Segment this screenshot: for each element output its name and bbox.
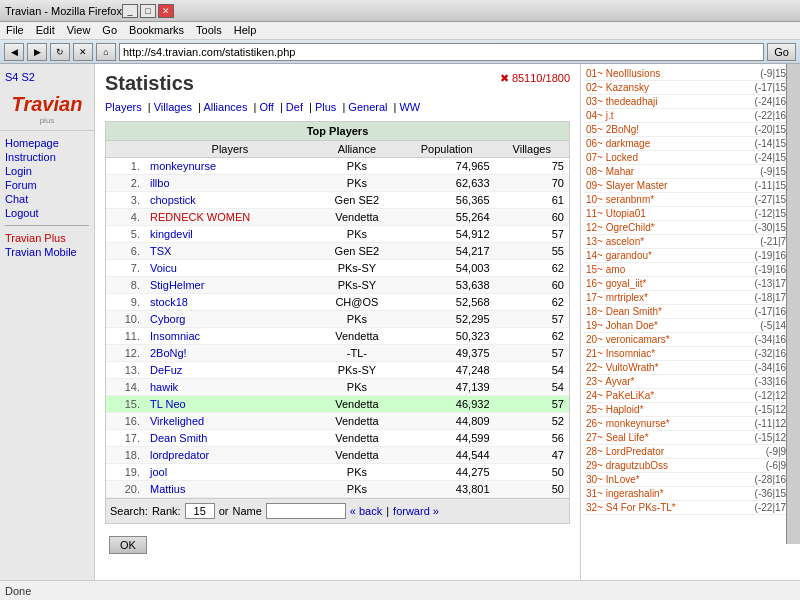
entry-name-link[interactable]: 32~ S4 For PKs-TL*	[586, 502, 676, 513]
player-link[interactable]: stock18	[150, 296, 188, 308]
menu-bookmarks[interactable]: Bookmarks	[123, 23, 190, 38]
entry-name-link[interactable]: 27~ Seal Life*	[586, 432, 649, 443]
right-panel-entry: 15~ amo (-19|168)	[584, 263, 797, 277]
sidebar-item-homepage[interactable]: Homepage	[5, 136, 89, 150]
minimize-button[interactable]: _	[122, 4, 138, 18]
entry-name-link[interactable]: 14~ garandou*	[586, 250, 652, 261]
player-link[interactable]: Insomniac	[150, 330, 200, 342]
table-cell-rank: 17.	[106, 430, 145, 447]
rank-input[interactable]	[185, 503, 215, 519]
player-link[interactable]: DeFuz	[150, 364, 182, 376]
nav-ww[interactable]: WW	[399, 101, 420, 113]
home-button[interactable]: ⌂	[96, 43, 116, 61]
sidebar-item-login[interactable]: Login	[5, 164, 89, 178]
entry-rank: 01~ NeoIllusions	[586, 68, 660, 79]
close-button[interactable]: ✕	[158, 4, 174, 18]
entry-rank: 23~ Ayvar*	[586, 376, 634, 387]
s4-link[interactable]: S4	[5, 71, 18, 83]
entry-name-link[interactable]: 19~ Johan Doe*	[586, 320, 658, 331]
player-link[interactable]: TL Neo	[150, 398, 186, 410]
player-link[interactable]: Cyborg	[150, 313, 185, 325]
player-link[interactable]: jool	[150, 466, 167, 478]
menu-go[interactable]: Go	[96, 23, 123, 38]
forward-button[interactable]: ▶	[27, 43, 47, 61]
nav-general[interactable]: General	[348, 101, 387, 113]
entry-name-link[interactable]: 11~ Utopia01	[586, 208, 646, 219]
player-link[interactable]: Virkelighed	[150, 415, 204, 427]
right-panel-entry: 06~ darkmage (-14|156)	[584, 137, 797, 151]
entry-name-link[interactable]: 08~ Mahar	[586, 166, 634, 177]
entry-name-link[interactable]: 12~ OgreChild*	[586, 222, 655, 233]
entry-name-link[interactable]: 17~ mrtriplex*	[586, 292, 648, 303]
menu-view[interactable]: View	[61, 23, 97, 38]
forward-link[interactable]: forward »	[393, 505, 439, 517]
back-button[interactable]: ◀	[4, 43, 24, 61]
player-link[interactable]: Voicu	[150, 262, 177, 274]
sidebar-item-travian-plus[interactable]: Travian Plus	[5, 231, 89, 245]
nav-off[interactable]: Off	[259, 101, 273, 113]
entry-name-link[interactable]: 30~ InLove*	[586, 474, 640, 485]
entry-name-link[interactable]: 28~ LordPredator	[586, 446, 664, 457]
entry-name-link[interactable]: 06~ darkmage	[586, 138, 650, 149]
entry-name-link[interactable]: 25~ Haploid*	[586, 404, 644, 415]
player-link[interactable]: hawik	[150, 381, 178, 393]
entry-name-link[interactable]: 20~ veronicamars*	[586, 334, 670, 345]
name-input[interactable]	[266, 503, 346, 519]
player-link[interactable]: lordpredator	[150, 449, 209, 461]
entry-name-link[interactable]: 13~ ascelon*	[586, 236, 644, 247]
menu-edit[interactable]: Edit	[30, 23, 61, 38]
entry-name-link[interactable]: 10~ seranbnm*	[586, 194, 654, 205]
sidebar-item-logout[interactable]: Logout	[5, 206, 89, 220]
nav-players[interactable]: Players	[105, 101, 142, 113]
entry-name-link[interactable]: 05~ 2BoNg!	[586, 124, 639, 135]
player-link[interactable]: TSX	[150, 245, 171, 257]
entry-name-link[interactable]: 18~ Dean Smith*	[586, 306, 662, 317]
entry-name-link[interactable]: 01~ NeoIllusions	[586, 68, 660, 79]
player-link[interactable]: Dean Smith	[150, 432, 207, 444]
entry-name-link[interactable]: 21~ Insomniac*	[586, 348, 655, 359]
go-button[interactable]: Go	[767, 43, 796, 61]
ok-button[interactable]: OK	[109, 536, 147, 554]
player-link[interactable]: illbo	[150, 177, 170, 189]
entry-name-link[interactable]: 07~ Locked	[586, 152, 638, 163]
player-link[interactable]: StigHelmer	[150, 279, 204, 291]
sidebar-item-forum[interactable]: Forum	[5, 178, 89, 192]
sidebar-item-instruction[interactable]: Instruction	[5, 150, 89, 164]
entry-name-link[interactable]: 31~ ingerashalin*	[586, 488, 664, 499]
entry-name-link[interactable]: 29~ dragutzubOss	[586, 460, 668, 471]
menu-help[interactable]: Help	[228, 23, 263, 38]
s2-link[interactable]: S2	[21, 71, 34, 83]
nav-plus[interactable]: Plus	[315, 101, 336, 113]
player-link[interactable]: 2BoNg!	[150, 347, 187, 359]
entry-name-link[interactable]: 16~ goyal_iit*	[586, 278, 646, 289]
maximize-button[interactable]: □	[140, 4, 156, 18]
entry-name-link[interactable]: 24~ PaKeLiKa*	[586, 390, 654, 401]
sidebar-item-travian-mobile[interactable]: Travian Mobile	[5, 245, 89, 259]
player-link[interactable]: chopstick	[150, 194, 196, 206]
sidebar-item-chat[interactable]: Chat	[5, 192, 89, 206]
players-table: Players Alliance Population Villages 1. …	[106, 141, 569, 498]
menu-tools[interactable]: Tools	[190, 23, 228, 38]
menu-file[interactable]: File	[0, 23, 30, 38]
player-link[interactable]: kingdevil	[150, 228, 193, 240]
nav-alliances[interactable]: Alliances	[203, 101, 247, 113]
stop-button[interactable]: ✕	[73, 43, 93, 61]
nav-def[interactable]: Def	[286, 101, 303, 113]
entry-name-link[interactable]: 22~ VultoWrath*	[586, 362, 659, 373]
player-link[interactable]: monkeynurse	[150, 160, 216, 172]
entry-name-link[interactable]: 04~ j.t	[586, 110, 614, 121]
entry-name-link[interactable]: 03~ thedeadhaji	[586, 96, 657, 107]
address-bar[interactable]	[119, 43, 764, 61]
name-label: Name	[232, 505, 261, 517]
nav-villages[interactable]: Villages	[154, 101, 192, 113]
back-link[interactable]: « back	[350, 505, 382, 517]
player-link[interactable]: Mattius	[150, 483, 185, 495]
reload-button[interactable]: ↻	[50, 43, 70, 61]
table-cell-population: 52,295	[399, 311, 495, 328]
entry-name-link[interactable]: 02~ Kazansky	[586, 82, 649, 93]
entry-name-link[interactable]: 15~ amo	[586, 264, 625, 275]
entry-name-link[interactable]: 09~ Slayer Master	[586, 180, 667, 191]
player-link[interactable]: REDNECK WOMEN	[150, 211, 250, 223]
entry-name-link[interactable]: 26~ monkeynurse*	[586, 418, 670, 429]
entry-name-link[interactable]: 23~ Ayvar*	[586, 376, 634, 387]
